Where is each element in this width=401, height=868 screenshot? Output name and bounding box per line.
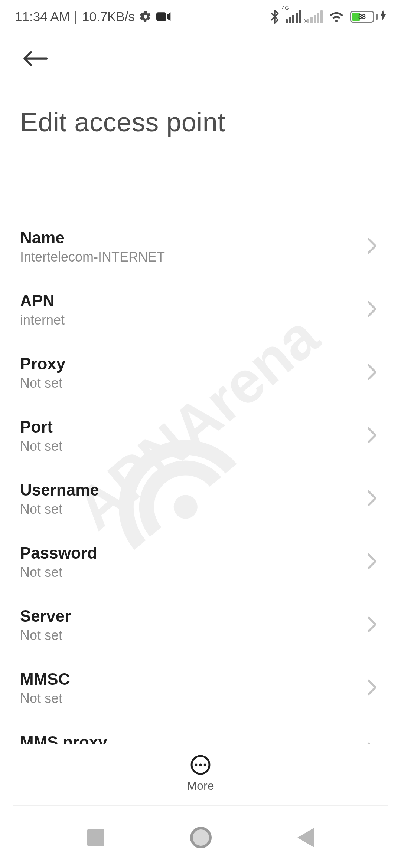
row-text: PasswordNot set xyxy=(20,544,97,580)
row-password[interactable]: PasswordNot set xyxy=(0,530,401,594)
row-label: MMS proxy xyxy=(20,733,107,744)
chevron-right-icon xyxy=(367,679,377,697)
svg-point-5 xyxy=(195,763,198,766)
row-username[interactable]: UsernameNot set xyxy=(0,467,401,530)
signal-no-service-x: ✕ xyxy=(303,17,308,24)
screen: 11:34 AM | 10.7KB/s 4G ✕ xyxy=(0,0,401,868)
chevron-right-icon xyxy=(367,301,377,319)
nav-back-button[interactable] xyxy=(297,828,314,847)
chevron-right-icon xyxy=(367,238,377,256)
nav-home-button[interactable] xyxy=(190,827,212,848)
row-proxy[interactable]: ProxyNot set xyxy=(0,341,401,404)
android-nav-bar xyxy=(0,807,401,868)
signal-sim1-icon: 4G xyxy=(286,10,301,23)
svg-point-6 xyxy=(199,763,202,766)
bluetooth-icon xyxy=(270,10,280,24)
chevron-right-icon xyxy=(367,616,377,634)
more-label: More xyxy=(187,779,214,793)
charging-icon xyxy=(380,10,386,24)
status-net-speed: 10.7KB/s xyxy=(82,9,135,24)
row-label: APN xyxy=(20,292,65,310)
back-button[interactable] xyxy=(20,44,50,73)
video-icon xyxy=(156,11,171,22)
row-server[interactable]: ServerNot set xyxy=(0,594,401,657)
row-value: Intertelecom-INTERNET xyxy=(20,249,165,265)
row-text: APNinternet xyxy=(20,292,65,328)
row-text: NameIntertelecom-INTERNET xyxy=(20,228,165,265)
wifi-icon xyxy=(329,10,344,23)
row-label: Password xyxy=(20,544,97,562)
row-label: Server xyxy=(20,607,71,625)
row-mms-proxy[interactable]: MMS proxyNot set xyxy=(0,720,401,744)
row-text: ServerNot set xyxy=(20,607,71,643)
row-value: Not set xyxy=(20,502,99,517)
row-value: internet xyxy=(20,312,65,328)
chevron-right-icon xyxy=(367,364,377,382)
battery-indicator: 38 xyxy=(350,10,386,24)
row-apn[interactable]: APNinternet xyxy=(0,278,401,341)
row-name[interactable]: NameIntertelecom-INTERNET xyxy=(0,215,401,278)
header: Edit access point xyxy=(0,33,401,137)
status-bar: 11:34 AM | 10.7KB/s 4G ✕ xyxy=(0,0,401,33)
signal-sim2-icon: ✕ xyxy=(307,10,323,23)
gear-icon xyxy=(139,10,152,23)
row-text: UsernameNot set xyxy=(20,481,99,517)
page-title: Edit access point xyxy=(20,107,381,137)
row-label: Username xyxy=(20,481,99,499)
more-icon xyxy=(190,754,211,775)
row-text: ProxyNot set xyxy=(20,355,65,391)
row-text: MMS proxyNot set xyxy=(20,733,107,744)
row-value: Not set xyxy=(20,438,62,454)
signal-4g-label: 4G xyxy=(282,4,289,11)
status-time: 11:34 AM xyxy=(15,9,70,24)
svg-rect-0 xyxy=(156,12,166,21)
row-value: Not set xyxy=(20,691,70,706)
row-label: Port xyxy=(20,418,62,436)
row-label: Proxy xyxy=(20,355,65,373)
chevron-right-icon xyxy=(367,490,377,508)
row-text: PortNot set xyxy=(20,418,62,454)
row-value: Not set xyxy=(20,565,97,580)
arrow-left-icon xyxy=(22,50,48,67)
toolbar-divider xyxy=(13,805,388,806)
svg-point-7 xyxy=(204,763,206,766)
row-mmsc[interactable]: MMSCNot set xyxy=(0,657,401,720)
settings-list[interactable]: NameIntertelecom-INTERNETAPNinternetProx… xyxy=(0,174,401,744)
row-label: MMSC xyxy=(20,670,70,688)
bottom-toolbar: More xyxy=(0,744,401,803)
row-port[interactable]: PortNot set xyxy=(0,404,401,467)
row-label: Name xyxy=(20,228,165,247)
more-button[interactable]: More xyxy=(187,754,214,793)
row-value: Not set xyxy=(20,375,65,391)
chevron-right-icon xyxy=(367,553,377,571)
status-right: 4G ✕ 38 xyxy=(270,10,386,24)
status-sep: | xyxy=(74,9,78,24)
row-value: Not set xyxy=(20,628,71,643)
chevron-right-icon xyxy=(367,427,377,445)
row-text: MMSCNot set xyxy=(20,670,70,706)
nav-recents-button[interactable] xyxy=(87,829,104,846)
battery-percent: 38 xyxy=(351,13,373,21)
status-left: 11:34 AM | 10.7KB/s xyxy=(15,9,171,24)
